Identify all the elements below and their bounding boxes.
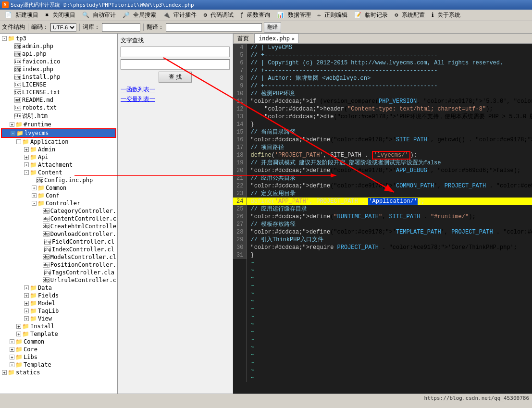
tree-node-index-php[interactable]: php index.php — [1, 65, 116, 73]
tree-node-api-php[interactable]: php api.php — [1, 50, 116, 58]
tree-node-field-ctrl[interactable]: php FieldController.cl — [1, 238, 116, 246]
tree-node-common-content[interactable]: + 📁 Common — [1, 184, 116, 192]
menu-auto-audit[interactable]: 🔍 自动审计 — [79, 10, 119, 20]
search-input[interactable] — [121, 47, 230, 57]
line-number: 26 — [233, 213, 247, 221]
word-input[interactable] — [102, 23, 140, 32]
code-panel: 首页 index.php ✕ 4// | LvyeCMS 5// +------… — [233, 34, 532, 394]
code-line: ~ — [247, 374, 532, 382]
line-number: 11 — [233, 98, 247, 105]
tree-node-install-php[interactable]: php install.php — [1, 73, 116, 81]
tree-node-readme[interactable]: md README.md — [1, 96, 116, 104]
tree-node-license[interactable]: txt LICENSE — [1, 81, 116, 88]
tree-node-fields[interactable]: + 📁 Fields — [1, 292, 116, 299]
menu-data-mgmt[interactable]: 📊 数据管理 — [274, 10, 313, 20]
menu-func-query[interactable]: ƒ 函数查询 — [237, 10, 273, 20]
code-line: ~ — [247, 290, 532, 297]
tree-node-common-top[interactable]: + 📁 Common — [1, 338, 116, 346]
tree-node-position-ctrl[interactable]: php PositionController. — [1, 261, 116, 269]
tree-node-api-folder[interactable]: + 📁 Api — [1, 153, 116, 161]
code-line: } — [247, 121, 532, 128]
tree-node-view[interactable]: + 📁 View — [1, 315, 116, 322]
code-line: // 检测PHP环境 — [247, 90, 532, 98]
tree-node-cat-ctrl[interactable]: php CategoryController. — [1, 207, 116, 215]
var-list-link[interactable]: 一变量列表一 — [121, 95, 230, 103]
tree-node-lvyecms[interactable]: - 📁 lvyecms — [1, 128, 116, 138]
tree-node-statics[interactable]: + 📁 statics — [1, 369, 116, 376]
tree-node-shuoming[interactable]: htm 说明.htm — [1, 111, 116, 121]
search-panel: 文字查找 查 找 一函数列表一 一变量列表一 — [118, 34, 233, 394]
code-line: // | Author: 旅牌集团 <web@alvye.cn> — [247, 74, 532, 82]
app-icon: S — [2, 1, 9, 8]
tree-node-application[interactable]: - 📁 Application — [1, 138, 116, 146]
tree-node-urlrule-ctrl[interactable]: php UrlruleController.c — [1, 276, 116, 284]
tree-node-cont-ctrl[interactable]: php ContentController.c — [1, 215, 116, 223]
tree-node-runtime[interactable]: + 📁 #runtime — [1, 121, 116, 128]
tree-node-attachment[interactable]: + 📁 Attachment — [1, 161, 116, 169]
code-line: ~ — [247, 336, 532, 344]
tab-index-php[interactable]: index.php ✕ — [254, 34, 299, 43]
code-line: "color:#dcdcaa;">header("Content-type: t… — [247, 105, 532, 113]
tree-node-controller[interactable]: - 📁 Controller — [1, 199, 116, 207]
code-line: // +------------------------------------… — [247, 82, 532, 90]
code-line: // 应用公共目录 — [247, 174, 532, 182]
tree-node-data[interactable]: + 📁 Data — [1, 284, 116, 292]
menu-regex-edit[interactable]: ✏ 正则编辑 — [315, 10, 350, 20]
line-number: 28 — [233, 228, 247, 236]
code-line: // 应用运行缓存目录 — [247, 205, 532, 213]
code-area[interactable]: 4// | LvyeCMS 5// +---------------------… — [233, 44, 532, 394]
line-number: 8 — [233, 74, 247, 82]
tree-node-favicon[interactable]: ico favicon.ico — [1, 58, 116, 65]
menu-system-config[interactable]: ⚙ 系统配置 — [392, 10, 427, 20]
content-row: 文字查找 查 找 一函数列表一 一变量列表一 首页 index.php — [118, 34, 532, 394]
menu-code-debug[interactable]: ⚙ 代码调试 — [200, 10, 236, 20]
line-number: 5 — [233, 51, 247, 59]
status-bar: https://blog.csdn.net/qq_45300786 — [0, 394, 532, 402]
tree-node-models-ctrl[interactable]: php ModelsController.cl — [1, 253, 116, 261]
tree-node-config-inc[interactable]: php Config.inc.php — [1, 176, 116, 184]
search-button[interactable]: 查 找 — [159, 72, 192, 83]
tree-node-tags-ctrl[interactable]: php TagsController.cla — [1, 269, 116, 276]
tree-node-template-top[interactable]: + 📁 Template — [1, 361, 116, 369]
menu-about[interactable]: ℹ 关于系统 — [429, 10, 463, 20]
tree-node-index-ctrl[interactable]: php IndexController.cl — [1, 246, 116, 253]
tree-node-model[interactable]: + 📁 Model — [1, 299, 116, 307]
code-line: ~ — [247, 359, 532, 367]
title-text: Seay源代码审计系统 D:\phpstudy\PHPTutorial\WWW\… — [11, 1, 194, 9]
tree-node-taglib[interactable]: + 📁 TagLib — [1, 307, 116, 315]
tree-node-admin-folder[interactable]: + 📁 Admin — [1, 146, 116, 153]
code-line: define('APP_PATH', PROJECT_PATH . 'Appli… — [247, 198, 532, 205]
encoding-select[interactable]: UTF-6 — [50, 23, 76, 32]
tab-home[interactable]: 首页 — [233, 34, 253, 43]
tree-node-template-app[interactable]: + 📁 Template — [1, 330, 116, 338]
tree-node-install[interactable]: + 📁 Install — [1, 322, 116, 330]
search-input2[interactable] — [121, 59, 230, 70]
tree-node-robots[interactable]: txt robots.txt — [1, 104, 116, 111]
translate-button[interactable]: 翻译 — [264, 22, 281, 33]
code-line: "color:#dcdcaa;">define("color:#ce9178;"… — [247, 136, 532, 144]
tree-node-create-ctrl[interactable]: php CreatehtmlControlle — [1, 223, 116, 230]
func-list-link[interactable]: 一函数列表一 — [121, 86, 230, 94]
tree-node-tp3[interactable]: - 📁 tp3 — [1, 35, 116, 42]
code-line: ~ — [247, 267, 532, 274]
tree-node-license-txt[interactable]: txt LICENSE.txt — [1, 88, 116, 96]
tab-close-icon[interactable]: ✕ — [292, 36, 295, 41]
toolbar2: 文件结构 编码： UTF-6 词库： 翻译： 翻译 — [0, 21, 532, 34]
tree-node-libs[interactable]: + 📁 Libs — [1, 353, 116, 361]
code-line: ~ — [247, 305, 532, 313]
tree-node-download-ctrl[interactable]: php DownloadController. — [1, 230, 116, 238]
tree-node-core[interactable]: + 📁 Core — [1, 346, 116, 353]
tree-node-conf[interactable]: + 📁 Conf — [1, 192, 116, 199]
translate-input[interactable] — [166, 23, 262, 32]
menu-temp-record[interactable]: 📝 临时记录 — [351, 10, 391, 20]
menu-global-search[interactable]: 🔎 全局搜索 — [120, 10, 159, 20]
file-tree: - 📁 tp3 php admin.php php api.php ico fa… — [0, 34, 117, 394]
tree-node-content[interactable]: - 📁 Content — [1, 169, 116, 176]
line-number — [233, 336, 247, 344]
menu-new-project[interactable]: 📄 新建项目 — [2, 10, 41, 20]
menu-close-project[interactable]: ✖ 关闭项目 — [42, 10, 78, 20]
tree-node-admin-php[interactable]: php admin.php — [1, 42, 116, 50]
right-panel: 文字查找 查 找 一函数列表一 一变量列表一 首页 index.php — [118, 34, 532, 394]
menu-audit-plugin[interactable]: 🔌 审计插件 — [160, 10, 199, 20]
code-line: // 定义应用目录 — [247, 190, 532, 198]
